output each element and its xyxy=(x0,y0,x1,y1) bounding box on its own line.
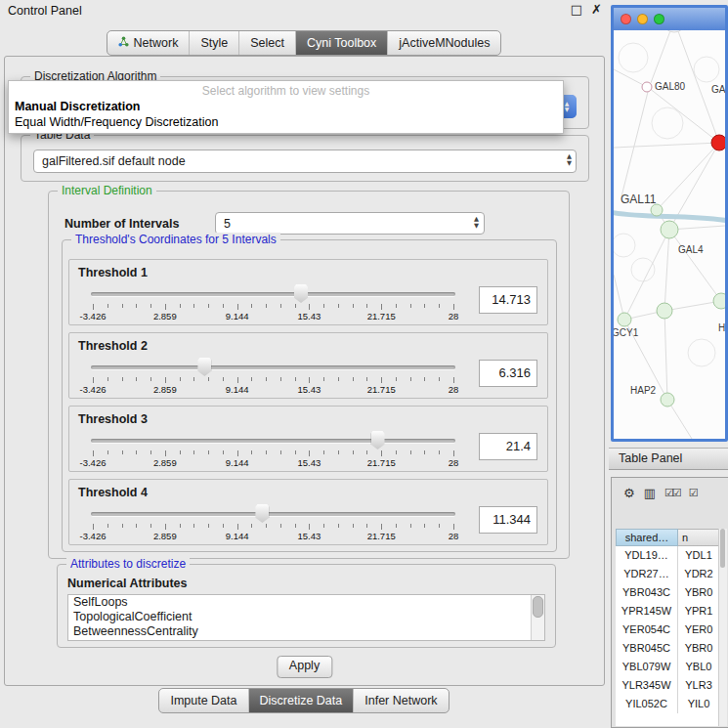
dropdown-option[interactable]: Equal Width/Frequency Discretization xyxy=(9,114,563,130)
table-row[interactable]: YDR27…YDR2 xyxy=(616,565,719,583)
tab-select[interactable]: Select xyxy=(238,31,295,55)
tab-infer-network[interactable]: Infer Network xyxy=(353,689,448,712)
slider-tick xyxy=(410,377,411,381)
table-row[interactable]: YER054CYER0 xyxy=(616,621,719,639)
tab-impute-data[interactable]: Impute Data xyxy=(159,689,247,712)
table-row[interactable]: YDL19…YDL1 xyxy=(616,546,719,565)
list-item[interactable]: TopologicalCoefficient xyxy=(68,610,544,624)
slider-tick xyxy=(136,377,137,381)
slider-tick xyxy=(280,377,281,381)
table-row[interactable]: YBR045CYBR0 xyxy=(616,639,719,658)
tab-jactivemnodules[interactable]: jActiveMNodules xyxy=(387,31,500,55)
slider-track[interactable] xyxy=(91,512,455,516)
table-cell[interactable]: YER054C xyxy=(616,621,678,639)
threshold-slider[interactable]: -3.4262.8599.14415.4321.71528 xyxy=(79,430,467,469)
table-row[interactable]: YBL079WYBL0 xyxy=(616,658,719,676)
list-scrollbar[interactable] xyxy=(531,595,544,640)
table-cell[interactable]: YIL0 xyxy=(678,695,719,713)
table-cell[interactable]: YPR1 xyxy=(678,602,719,621)
table-row[interactable]: YPR145WYPR1 xyxy=(616,602,719,621)
zoom-traffic-light-icon[interactable] xyxy=(654,14,664,24)
network-node[interactable] xyxy=(713,293,725,309)
slider-thumb[interactable] xyxy=(371,431,385,450)
network-node[interactable] xyxy=(657,303,672,319)
slider-track[interactable] xyxy=(91,292,455,296)
checkbox-icon[interactable]: ☑ xyxy=(689,487,697,499)
network-canvas[interactable]: GAL80GAGAL11GAL4GCY1HHAP2 xyxy=(614,30,725,439)
table-row[interactable]: YLR345WYLR3 xyxy=(616,676,719,695)
tab-network[interactable]: Network xyxy=(107,31,190,55)
table-row[interactable]: YIL052CYIL0 xyxy=(616,695,719,713)
scrollbar-thumb[interactable] xyxy=(720,529,725,568)
close-icon[interactable]: ✗ xyxy=(591,2,602,17)
select-all-columns-icon[interactable]: ☑☑ xyxy=(664,487,680,499)
table-cell[interactable]: YIL052C xyxy=(616,695,678,713)
table-data-combobox[interactable]: galFiltered.sif default node xyxy=(33,150,577,173)
table-cell[interactable]: YBR045C xyxy=(616,639,678,658)
apply-button[interactable]: Apply xyxy=(277,656,332,678)
threshold-value-input[interactable]: 14.713 xyxy=(479,286,537,314)
dropdown-option[interactable]: Manual Discretization xyxy=(9,99,563,114)
network-node[interactable] xyxy=(663,30,686,32)
float-window-icon[interactable]: □ xyxy=(571,2,582,17)
gear-icon[interactable]: ⚙ xyxy=(623,486,635,500)
threshold-value-input[interactable]: 6.316 xyxy=(479,360,537,387)
table-cell[interactable]: YLR3 xyxy=(678,676,719,695)
slider-scale-label: 2.859 xyxy=(153,311,177,321)
column-header-name[interactable]: n xyxy=(678,529,719,546)
network-node[interactable] xyxy=(618,313,631,326)
table-row[interactable]: YBR043CYBR0 xyxy=(616,583,719,602)
scrollbar-thumb[interactable] xyxy=(533,596,543,618)
slider-thumb[interactable] xyxy=(294,284,308,303)
minimize-traffic-light-icon[interactable] xyxy=(637,14,648,24)
combo-arrows-icon[interactable]: ▲▼ xyxy=(474,216,479,230)
threshold-value-input[interactable]: 11.344 xyxy=(479,506,537,534)
table-cell[interactable]: YBR043C xyxy=(616,583,678,602)
table-cell[interactable]: YLR345W xyxy=(616,676,678,695)
slider-track[interactable] xyxy=(91,365,455,369)
table-cell[interactable]: YDL1 xyxy=(678,546,719,565)
table-cell[interactable]: YDR2 xyxy=(678,565,719,583)
threshold-value-input[interactable]: 21.4 xyxy=(479,433,537,460)
slider-tick xyxy=(396,377,397,381)
number-of-intervals-combobox[interactable]: 5 xyxy=(215,212,485,235)
table-cell[interactable]: YBR0 xyxy=(678,583,719,602)
tab-style[interactable]: Style xyxy=(189,31,238,55)
slider-tick xyxy=(251,450,252,454)
list-item[interactable]: SelfLoops xyxy=(68,595,544,610)
table-cell[interactable]: YDL19… xyxy=(616,546,678,565)
table-scrollbar[interactable] xyxy=(718,529,727,726)
slider-scale-label: 9.144 xyxy=(226,531,249,541)
slider-tick xyxy=(165,524,166,530)
list-item[interactable]: BetweennessCentrality xyxy=(68,624,544,639)
table-cell[interactable]: YBL079W xyxy=(616,658,678,676)
tab-discretize-data[interactable]: Discretize Data xyxy=(248,689,354,712)
column-header-shared[interactable]: shared… xyxy=(616,529,678,546)
close-traffic-light-icon[interactable] xyxy=(621,14,631,24)
slider-scale-label: 15.43 xyxy=(298,384,321,395)
tab-label: Impute Data xyxy=(170,694,236,707)
slider-thumb[interactable] xyxy=(197,358,211,376)
slider-track[interactable] xyxy=(91,439,455,443)
table-cell[interactable]: YBR0 xyxy=(678,639,719,658)
network-window-titlebar[interactable] xyxy=(614,8,725,30)
network-node[interactable] xyxy=(711,135,725,150)
table-cell[interactable]: YER0 xyxy=(678,621,719,639)
slider-tick xyxy=(165,377,166,383)
network-node[interactable] xyxy=(642,82,652,92)
threshold-slider[interactable]: -3.4262.8599.14415.4321.71528 xyxy=(79,503,467,542)
slider-thumb[interactable] xyxy=(255,504,269,523)
combo-arrows-icon[interactable]: ▲▼ xyxy=(567,153,572,167)
threshold-slider[interactable]: -3.4262.8599.14415.4321.71528 xyxy=(79,283,467,322)
slider-tick xyxy=(353,524,354,528)
table-cell[interactable]: YPR145W xyxy=(616,602,678,621)
tab-cyni-toolbox[interactable]: Cyni Toolbox xyxy=(295,31,387,55)
table-cell[interactable]: YBL0 xyxy=(678,658,719,676)
network-node[interactable] xyxy=(661,393,674,407)
network-node[interactable] xyxy=(661,221,678,238)
table-panel-titlebar[interactable]: Table Panel xyxy=(609,448,728,470)
table-cell[interactable]: YDR27… xyxy=(616,565,678,583)
slider-tick xyxy=(208,377,209,381)
columns-icon[interactable]: ▥ xyxy=(644,486,656,500)
threshold-slider[interactable]: -3.4262.8599.14415.4321.71528 xyxy=(79,357,467,396)
